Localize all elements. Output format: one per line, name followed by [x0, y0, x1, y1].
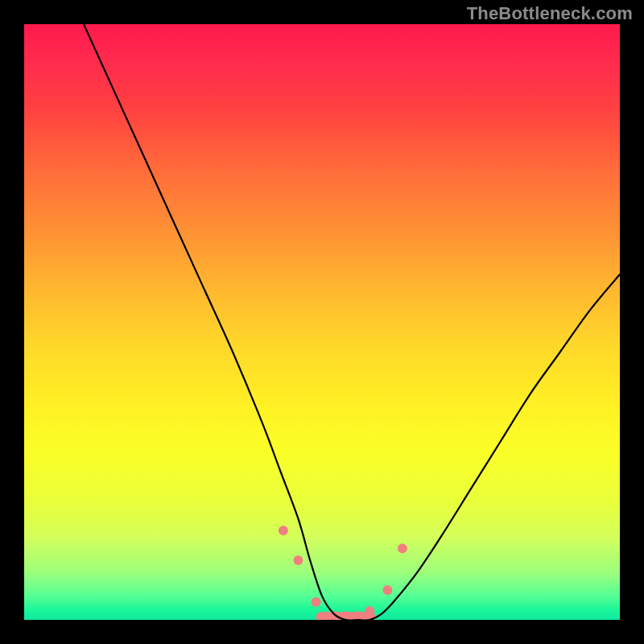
chart-frame: TheBottleneck.com — [0, 0, 644, 644]
bottleneck-curve — [84, 24, 620, 620]
marker-dot — [382, 585, 392, 595]
marker-dot — [279, 526, 288, 535]
marker-group — [279, 526, 407, 620]
attribution-text: TheBottleneck.com — [467, 3, 633, 24]
marker-dot — [293, 555, 303, 565]
marker-dot — [312, 597, 321, 607]
chart-svg — [24, 24, 620, 620]
marker-dot — [398, 543, 407, 553]
plot-area — [24, 24, 620, 620]
marker-dot — [365, 606, 374, 616]
